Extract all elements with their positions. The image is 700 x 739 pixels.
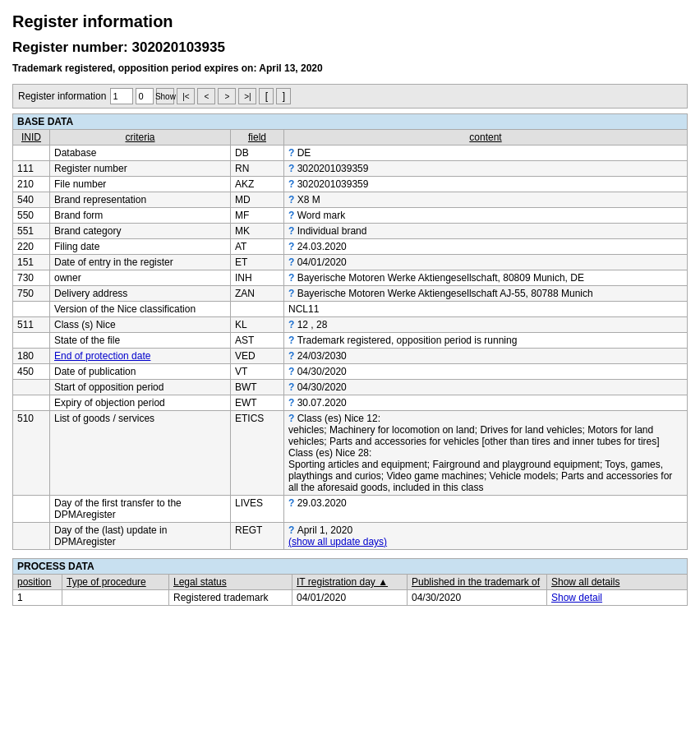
cell-criteria: Date of publication [50, 364, 231, 380]
base-data-section-header: BASE DATA [13, 114, 688, 130]
help-icon[interactable]: ? [288, 225, 297, 237]
trademark-status: Trademark registered, opposition period … [12, 62, 688, 74]
table-row: State of the fileAST? Trademark register… [13, 333, 688, 349]
bracket-open-button[interactable]: [ [259, 88, 274, 104]
nav-last-button[interactable]: >| [238, 88, 256, 104]
bracket-close-button[interactable]: ] [276, 88, 291, 104]
col-header-type[interactable]: Type of procedure [62, 575, 169, 590]
toolbar-label: Register information [18, 90, 106, 102]
cell-criteria: Day of the first transfer to the DPMAreg… [50, 496, 231, 523]
toolbar-input-count[interactable] [136, 88, 154, 104]
table-row: Day of the first transfer to the DPMAreg… [13, 496, 688, 523]
col-header-content: content [284, 130, 688, 145]
col-header-it-reg[interactable]: IT registration day ▲ [292, 575, 408, 590]
cell-content: ? 24.03.2020 [284, 239, 688, 255]
help-icon[interactable]: ? [288, 397, 297, 409]
table-row: 180End of protection dateVED? 24/03/2030 [13, 349, 688, 364]
show-update-days-link[interactable]: (show all update days) [288, 536, 387, 547]
cell-inid [13, 333, 50, 349]
toolbar-input-page[interactable] [110, 88, 133, 104]
cell-criteria: Brand category [50, 224, 231, 239]
nav-prev-button[interactable]: < [197, 88, 215, 104]
help-icon[interactable]: ? [288, 319, 297, 330]
process-data-table: PROCESS DATA position Type of procedure … [12, 558, 688, 606]
col-header-criteria: criteria [50, 130, 231, 145]
cell-criteria: Brand representation [50, 192, 231, 208]
cell-content: ? Class (es) Nice 12:vehicles; Machinery… [284, 411, 688, 496]
nav-first-button[interactable]: |< [177, 88, 195, 104]
cell-content: ? Bayerische Motoren Werke Aktiengesells… [284, 270, 688, 286]
help-icon[interactable]: ? [288, 147, 297, 159]
cell-criteria: Date of entry in the register [50, 255, 231, 270]
cell-field: DB [231, 145, 284, 161]
cell-inid: 151 [13, 255, 50, 270]
cell-content: NCL11 [284, 302, 688, 317]
cell-show-detail[interactable]: Show detail [547, 590, 688, 606]
help-icon[interactable]: ? [288, 256, 297, 268]
table-row: 730ownerINH? Bayerische Motoren Werke Ak… [13, 270, 688, 286]
help-icon[interactable]: ? [288, 335, 297, 346]
help-icon[interactable]: ? [288, 288, 297, 299]
cell-field: EWT [231, 395, 284, 411]
nav-next-button[interactable]: > [218, 88, 236, 104]
cell-criteria: Delivery address [50, 286, 231, 302]
cell-criteria: Version of the Nice classification [50, 302, 231, 317]
cell-field: VT [231, 364, 284, 380]
cell-inid [13, 523, 50, 550]
help-icon[interactable]: ? [288, 524, 297, 536]
col-header-field: field [231, 130, 284, 145]
cell-field: MD [231, 192, 284, 208]
cell-content: ? DE [284, 145, 688, 161]
cell-inid: 450 [13, 364, 50, 380]
table-row: 551Brand categoryMK? Individual brand [13, 224, 688, 239]
cell-criteria: owner [50, 270, 231, 286]
help-icon[interactable]: ? [288, 381, 297, 393]
cell-content: ? 29.03.2020 [284, 496, 688, 523]
table-row: 151Date of entry in the registerET? 04/0… [13, 255, 688, 270]
help-icon[interactable]: ? [288, 178, 297, 190]
cell-inid [13, 302, 50, 317]
table-row: DatabaseDB? DE [13, 145, 688, 161]
cell-content: ? 24/03/2030 [284, 349, 688, 364]
table-row: 450Date of publicationVT? 04/30/2020 [13, 364, 688, 380]
cell-field: MK [231, 224, 284, 239]
help-icon[interactable]: ? [288, 163, 297, 174]
cell-inid [13, 380, 50, 395]
show-button[interactable]: Show [156, 88, 174, 104]
cell-field: ZAN [231, 286, 284, 302]
process-data-section-header: PROCESS DATA [13, 559, 688, 575]
cell-inid: 750 [13, 286, 50, 302]
table-row: Expiry of objection periodEWT? 30.07.202… [13, 395, 688, 411]
register-number-heading: Register number: 302020103935 [12, 39, 688, 56]
cell-content: ? 04/01/2020 [284, 255, 688, 270]
cell-inid: 730 [13, 270, 50, 286]
cell-inid: 210 [13, 177, 50, 192]
help-icon[interactable]: ? [288, 194, 297, 206]
cell-criteria: Filing date [50, 239, 231, 255]
table-row: 540Brand representationMD? X8 M [13, 192, 688, 208]
cell-content: ? 3020201039359 [284, 177, 688, 192]
col-header-legal[interactable]: Legal status [169, 575, 292, 590]
col-header-published[interactable]: Published in the trademark of [408, 575, 547, 590]
cell-inid: 550 [13, 208, 50, 224]
cell-type [62, 590, 169, 606]
col-header-show-all[interactable]: Show all details [547, 575, 688, 590]
help-icon[interactable]: ? [288, 366, 297, 377]
help-icon[interactable]: ? [288, 350, 297, 362]
help-icon[interactable]: ? [288, 413, 297, 424]
cell-inid: 511 [13, 317, 50, 333]
help-icon[interactable]: ? [288, 497, 297, 509]
cell-inid: 551 [13, 224, 50, 239]
cell-field: ETICS [231, 411, 284, 496]
cell-field: VED [231, 349, 284, 364]
cell-it-reg: 04/01/2020 [292, 590, 408, 606]
help-icon[interactable]: ? [288, 241, 297, 252]
help-icon[interactable]: ? [288, 210, 297, 221]
cell-inid [13, 395, 50, 411]
cell-criteria[interactable]: End of protection date [50, 349, 231, 364]
cell-inid [13, 496, 50, 523]
help-icon[interactable]: ? [288, 272, 297, 284]
cell-field: MF [231, 208, 284, 224]
show-detail-link[interactable]: Show detail [551, 592, 602, 603]
table-row: 550Brand formMF? Word mark [13, 208, 688, 224]
